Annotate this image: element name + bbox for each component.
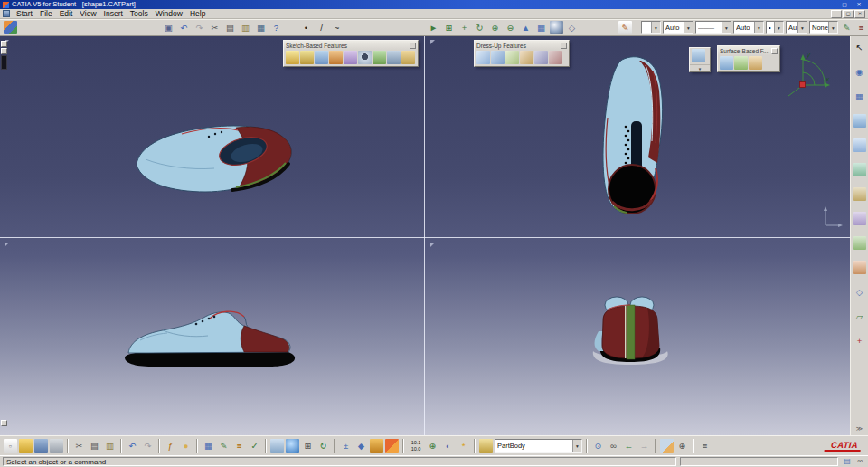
apply-material-icon[interactable] xyxy=(385,439,399,453)
measure-inertia-icon[interactable] xyxy=(370,439,383,453)
dropdown-arrow-icon[interactable]: ▾ xyxy=(572,440,581,452)
select-icon[interactable]: ↖ xyxy=(853,41,866,54)
line-type-combobox[interactable]: ——— ▾ xyxy=(695,21,731,34)
rib-icon[interactable] xyxy=(373,51,386,64)
boundary-icon[interactable]: ◇ xyxy=(853,285,866,299)
insert-object-icon[interactable] xyxy=(270,439,284,453)
close-toolbar-button[interactable] xyxy=(771,48,778,54)
mdi-minimize-button[interactable]: — xyxy=(831,10,842,18)
print-icon[interactable]: ▦ xyxy=(254,21,268,34)
surface-based-features-toolbar[interactable]: Surface-Based F... xyxy=(717,45,780,72)
point-icon[interactable]: • xyxy=(299,21,313,34)
catalog-icon[interactable] xyxy=(479,439,493,453)
undo-icon[interactable]: ↶ xyxy=(177,21,191,34)
menu-help[interactable]: Help xyxy=(186,9,209,19)
graphic-color-swatch[interactable]: ▾ xyxy=(641,21,661,34)
undo-icon[interactable]: ↶ xyxy=(126,439,139,453)
shoe-model-side-view[interactable] xyxy=(120,297,301,374)
pad-icon[interactable] xyxy=(286,51,299,64)
painter-icon[interactable]: ✎ xyxy=(840,21,854,34)
remove-face-icon[interactable] xyxy=(549,51,562,64)
menu-insert[interactable]: Insert xyxy=(100,9,127,19)
datum-mode-icon[interactable]: ∞ xyxy=(854,457,865,467)
open-icon[interactable] xyxy=(19,439,33,453)
menu-file[interactable]: File xyxy=(36,9,56,19)
profile-icon[interactable]: ~ xyxy=(330,21,344,34)
print-icon[interactable] xyxy=(50,439,63,453)
specification-tree-icon[interactable]: ⊞ xyxy=(301,439,315,453)
offset-surface-icon[interactable] xyxy=(853,212,866,225)
viewport-vertical-divider[interactable] xyxy=(424,36,425,435)
partbody-combobox[interactable]: PartBody ▾ xyxy=(495,439,582,453)
copy-icon[interactable]: ▤ xyxy=(223,21,237,34)
help-icon[interactable]: ? xyxy=(269,21,283,34)
lighting-icon[interactable]: * xyxy=(457,439,470,453)
menu-window[interactable]: Window xyxy=(152,9,186,19)
dropdown-arrow-icon[interactable]: ▾ xyxy=(774,22,783,33)
pan-icon[interactable]: + xyxy=(458,21,471,34)
line-icon[interactable]: / xyxy=(315,21,328,34)
multi-view-icon[interactable]: ▦ xyxy=(534,21,548,34)
paste-icon[interactable]: ▥ xyxy=(239,21,252,34)
pocket-icon[interactable] xyxy=(315,51,328,64)
fill-color-combobox[interactable]: Auto ▾ xyxy=(663,21,693,34)
menu-view[interactable]: View xyxy=(76,9,99,19)
dropdown-arrow-icon[interactable]: ▾ xyxy=(828,22,837,33)
hole-icon[interactable] xyxy=(358,51,372,64)
shoe-model-iso-view[interactable] xyxy=(131,107,298,197)
catalog-browser-icon[interactable]: ≡ xyxy=(854,21,868,34)
command-input-field[interactable] xyxy=(680,457,838,466)
edge-fillet-icon[interactable] xyxy=(476,51,490,64)
copy-icon[interactable]: ▤ xyxy=(88,439,101,453)
formula-fx-icon[interactable]: ƒ xyxy=(164,439,177,453)
redo-icon[interactable]: ↷ xyxy=(193,21,206,34)
rotate-icon[interactable]: ↻ xyxy=(473,21,486,34)
trim-icon[interactable] xyxy=(853,261,866,274)
3d-viewport[interactable]: y x Sketch-Based Features Dress-Up Featu… xyxy=(0,36,850,435)
groove-icon[interactable] xyxy=(344,51,357,64)
zoom-out-icon[interactable]: ⊖ xyxy=(504,21,517,34)
fly-mode-icon[interactable]: ► xyxy=(427,21,440,34)
customize-icon[interactable]: ≡ xyxy=(698,439,712,453)
palette-expand-arrow-icon[interactable]: ▾ xyxy=(690,64,710,71)
dropdown-arrow-icon[interactable]: ▾ xyxy=(754,22,763,33)
pen-icon[interactable]: ✎ xyxy=(217,439,231,453)
3d-compass[interactable]: y x xyxy=(776,49,832,101)
search-icon[interactable]: ⊙ xyxy=(591,439,605,453)
save-icon[interactable] xyxy=(34,439,48,453)
workbench-icon[interactable]: ▣ xyxy=(162,21,175,34)
thickness-icon[interactable] xyxy=(534,51,548,64)
split-icon[interactable] xyxy=(720,56,733,70)
normal-view-icon[interactable]: ▲ xyxy=(519,21,533,34)
dropdown-arrow-icon[interactable]: ▾ xyxy=(684,22,693,33)
minimize-button[interactable]: — xyxy=(824,1,836,9)
stiffener-icon[interactable] xyxy=(401,51,415,64)
dropdown-arrow-icon[interactable]: ▾ xyxy=(651,22,660,33)
line-weight-combobox[interactable]: Auto ▾ xyxy=(733,21,764,34)
design-table-icon[interactable]: ▦ xyxy=(202,439,215,453)
restore-button[interactable]: ▢ xyxy=(838,1,851,9)
new-document-icon[interactable]: ▫ xyxy=(4,439,17,453)
check-icon[interactable]: ✓ xyxy=(248,439,261,453)
forward-icon[interactable]: → xyxy=(637,439,651,453)
mdi-close-button[interactable]: ✕ xyxy=(854,10,865,18)
toolbar-overflow-icon[interactable]: ≫ xyxy=(856,425,863,433)
look-at-icon[interactable]: ◉ xyxy=(853,65,866,79)
extrude-surface-icon[interactable] xyxy=(853,114,866,128)
close-surface-icon[interactable] xyxy=(749,56,762,70)
revolve-surface-icon[interactable] xyxy=(853,138,866,152)
join-healing-icon[interactable] xyxy=(692,49,705,62)
axis-system-icon[interactable]: + xyxy=(853,334,866,348)
wireframe-icon[interactable]: ◇ xyxy=(565,21,579,34)
sketcher-grid-icon[interactable]: ▦ xyxy=(853,90,866,103)
document-state-icon[interactable]: ▤ xyxy=(842,457,853,467)
measure-between-icon[interactable]: ± xyxy=(339,439,353,453)
power-input-icon[interactable] xyxy=(4,21,17,34)
sectioning-icon[interactable] xyxy=(660,439,674,453)
drafted-filleted-pad-icon[interactable] xyxy=(300,51,314,64)
cut-icon[interactable]: ✂ xyxy=(72,439,86,453)
dock-button[interactable] xyxy=(1,48,7,54)
sketcher-icon[interactable]: ✎ xyxy=(618,21,632,34)
menu-tools[interactable]: Tools xyxy=(127,9,152,19)
shading-icon[interactable] xyxy=(550,21,563,34)
